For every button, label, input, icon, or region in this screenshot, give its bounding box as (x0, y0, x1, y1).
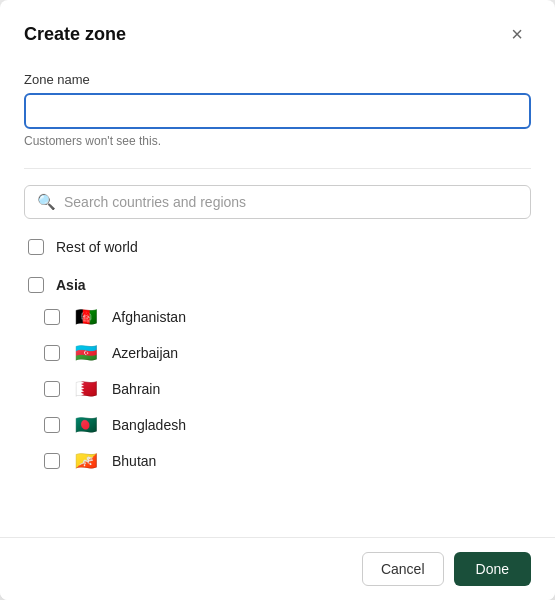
checkbox-azerbaijan[interactable] (44, 345, 60, 361)
modal-footer: Cancel Done (0, 537, 555, 600)
country-row-bangladesh[interactable]: 🇧🇩 Bangladesh (24, 407, 529, 443)
search-section: 🔍 (24, 177, 531, 229)
checkbox-asia[interactable] (28, 277, 44, 293)
country-list-section: Rest of world Asia 🇦🇫 Afghanistan (24, 229, 531, 537)
country-list-scroll[interactable]: Rest of world Asia 🇦🇫 Afghanistan (24, 229, 531, 537)
flag-bangladesh: 🇧🇩 (72, 415, 100, 435)
checkbox-rest-of-world[interactable] (28, 239, 44, 255)
country-name-bahrain: Bahrain (112, 381, 160, 397)
divider-1 (24, 168, 531, 169)
zone-name-label: Zone name (24, 72, 531, 87)
done-button[interactable]: Done (454, 552, 531, 586)
close-button[interactable]: × (503, 20, 531, 48)
modal-body: Zone name Customers won't see this. 🔍 (0, 64, 555, 537)
country-name-bangladesh: Bangladesh (112, 417, 186, 433)
country-name-azerbaijan: Azerbaijan (112, 345, 178, 361)
flag-bahrain: 🇧🇭 (72, 379, 100, 399)
flag-afghanistan: 🇦🇫 (72, 307, 100, 327)
cancel-button[interactable]: Cancel (362, 552, 444, 586)
list-item-rest-of-world[interactable]: Rest of world (24, 229, 529, 265)
flag-azerbaijan: 🇦🇿 (72, 343, 100, 363)
search-icon: 🔍 (37, 193, 56, 211)
create-zone-modal: Create zone × Zone name Customers won't … (0, 0, 555, 600)
asia-group-label: Asia (56, 277, 86, 293)
country-row-azerbaijan[interactable]: 🇦🇿 Azerbaijan (24, 335, 529, 371)
country-row-bhutan[interactable]: 🇧🇹 Bhutan (24, 443, 529, 479)
group-header-asia: Asia (24, 265, 529, 299)
zone-name-input[interactable] (24, 93, 531, 129)
checkbox-bangladesh[interactable] (44, 417, 60, 433)
flag-bhutan: 🇧🇹 (72, 451, 100, 471)
zone-name-hint: Customers won't see this. (24, 134, 531, 148)
country-name-afghanistan: Afghanistan (112, 309, 186, 325)
search-input[interactable] (64, 194, 518, 210)
modal-header: Create zone × (0, 0, 555, 64)
country-row-bahrain[interactable]: 🇧🇭 Bahrain (24, 371, 529, 407)
checkbox-bhutan[interactable] (44, 453, 60, 469)
country-row-afghanistan[interactable]: 🇦🇫 Afghanistan (24, 299, 529, 335)
checkbox-bahrain[interactable] (44, 381, 60, 397)
rest-of-world-label: Rest of world (56, 239, 138, 255)
modal-title: Create zone (24, 24, 126, 45)
checkbox-afghanistan[interactable] (44, 309, 60, 325)
zone-name-section: Zone name Customers won't see this. (24, 64, 531, 160)
country-name-bhutan: Bhutan (112, 453, 156, 469)
search-wrapper: 🔍 (24, 185, 531, 219)
